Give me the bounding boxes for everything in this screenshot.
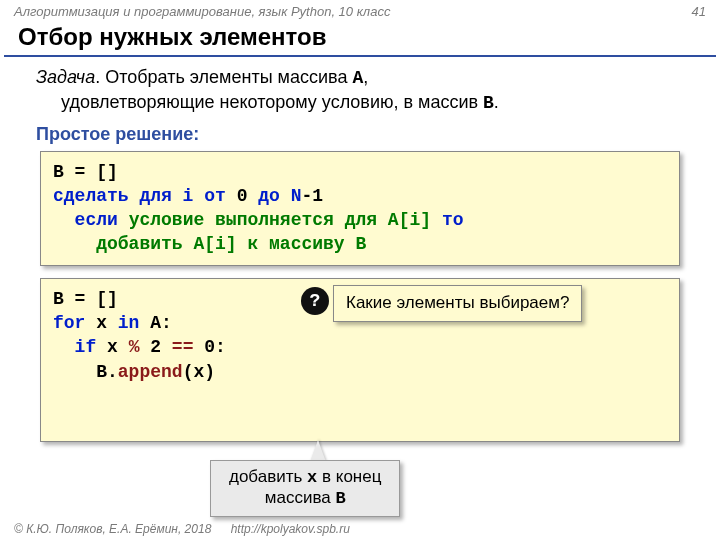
copyright: © К.Ю. Поляков, Е.А. Ерёмин, 2018: [14, 522, 211, 536]
callout-box: Какие элементы выбираем?: [333, 285, 582, 322]
task-text: Задача. Отобрать элементы массива A, удо…: [0, 57, 720, 124]
pseudocode-box: B = [] сделать для i от 0 до N-1 если ус…: [40, 151, 680, 266]
footer: © К.Ю. Поляков, Е.А. Ерёмин, 2018 http:/…: [14, 522, 350, 536]
callout-pointer: [310, 440, 326, 462]
python-box: B = [] for x in A: if x % 2 == 0: B.appe…: [40, 278, 680, 442]
question-icon: ?: [301, 287, 329, 315]
subheading: Простое решение:: [0, 124, 720, 151]
append-note: добавить x в конец массива B: [210, 460, 400, 517]
array-a: A: [352, 68, 363, 88]
page-number: 41: [692, 4, 706, 19]
task-label: Задача: [36, 67, 95, 87]
course-name: Алгоритмизация и программирование, язык …: [14, 4, 390, 19]
slide-title: Отбор нужных элементов: [4, 21, 716, 57]
footer-link[interactable]: http://kpolyakov.spb.ru: [231, 522, 350, 536]
header: Алгоритмизация и программирование, язык …: [0, 0, 720, 21]
array-b: B: [483, 93, 494, 113]
